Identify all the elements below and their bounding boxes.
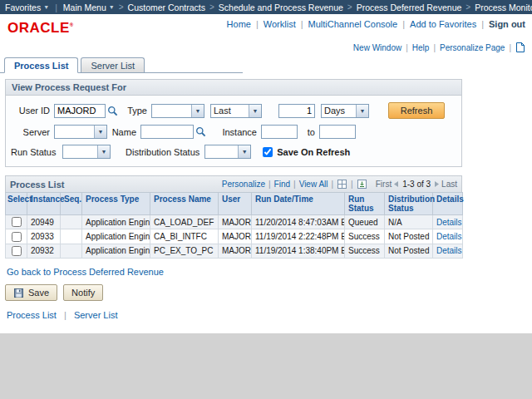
page-icon[interactable] <box>516 42 525 52</box>
cell-run-datetime: 11/19/2014 2:22:48PM EST <box>252 229 345 244</box>
breadcrumb-separator: > <box>209 2 214 12</box>
details-link[interactable]: Details <box>436 232 462 241</box>
name-lookup-icon[interactable] <box>195 126 206 137</box>
details-link[interactable]: Details <box>436 218 462 227</box>
multichannel-console-link[interactable]: MultiChannel Console <box>308 19 398 29</box>
last-count-input[interactable] <box>278 104 315 118</box>
name-label: Name <box>107 127 140 137</box>
refresh-button[interactable]: Refresh <box>388 102 445 119</box>
process-list-link[interactable]: Process List <box>7 310 57 320</box>
help-link[interactable]: Help <box>412 43 430 52</box>
user-id-input[interactable] <box>54 104 106 118</box>
cell-process-name: CA_BI_INTFC <box>150 229 219 244</box>
chevron-down-icon: ▼ <box>249 105 261 117</box>
instance-to-input[interactable] <box>319 125 356 139</box>
type-select-value <box>152 105 191 117</box>
col-process-type: Process Type <box>82 193 150 215</box>
save-icon <box>14 288 23 298</box>
run-status-select[interactable]: ▼ <box>62 145 111 159</box>
server-list-link[interactable]: Server List <box>74 310 118 320</box>
sign-out-link[interactable]: Sign out <box>489 19 525 29</box>
run-status-label: Run Status <box>11 147 59 157</box>
row-select-checkbox[interactable] <box>12 232 22 242</box>
col-run-datetime: Run Date/Time <box>252 193 345 215</box>
pager-next-icon <box>434 180 441 188</box>
server-select[interactable]: ▼ <box>54 125 107 139</box>
worklist-link[interactable]: Worklist <box>264 19 296 29</box>
cell-distribution-status: Not Posted <box>385 244 433 258</box>
distribution-status-label: Distribution Status <box>126 147 200 157</box>
add-to-favorites-link[interactable]: Add to Favorites <box>410 19 476 29</box>
cell-seq <box>61 229 82 244</box>
cell-process-type: Application Engine <box>82 244 150 258</box>
main-menu[interactable]: Main Menu ▼ <box>63 2 115 12</box>
save-button[interactable]: Save <box>5 284 57 301</box>
type-select[interactable]: ▼ <box>151 104 204 118</box>
cell-run-status: Success <box>345 244 385 258</box>
chevron-down-icon: ▼ <box>356 105 368 117</box>
grid-header-bar: Process List Personalize | Find | View A… <box>5 175 462 192</box>
user-id-lookup-icon[interactable] <box>107 106 118 116</box>
personalize-page-link[interactable]: Personalize Page <box>440 43 505 52</box>
filter-row-2: Server ▼ Name Instance to <box>11 125 458 139</box>
groupbox-title: View Process Request For <box>6 80 461 96</box>
find-link[interactable]: Find <box>274 180 290 189</box>
pager-prev-icon <box>392 180 399 188</box>
main-menu-label: Main Menu <box>63 2 106 12</box>
row-select-checkbox[interactable] <box>12 246 22 256</box>
instance-from-input[interactable] <box>261 125 298 139</box>
col-details: Details <box>433 193 463 215</box>
cell-user: MAJORD <box>219 215 252 229</box>
breadcrumb-process-deferred-revenue[interactable]: Process Deferred Revenue <box>357 2 462 12</box>
pager-last-label: Last <box>441 180 457 189</box>
cell-distribution-status: Not Posted <box>385 229 433 244</box>
go-back-link[interactable]: Go back to Process Deferred Revenue <box>7 267 164 277</box>
details-link[interactable]: Details <box>436 246 462 255</box>
grid-customize-icon[interactable] <box>337 180 347 189</box>
distribution-status-select[interactable]: ▼ <box>204 145 251 159</box>
action-buttons: Save Notify <box>5 284 532 301</box>
last-select-value: Last <box>211 105 249 117</box>
home-link[interactable]: Home <box>227 19 251 29</box>
peoplesoft-page: Favorites ▼ | Main Menu ▼ > Customer Con… <box>0 0 532 333</box>
notify-button[interactable]: Notify <box>63 284 103 301</box>
save-on-refresh-checkbox[interactable] <box>263 147 273 157</box>
cell-user: MAJORD <box>219 244 252 258</box>
name-input[interactable] <box>140 125 194 139</box>
tab-server-list[interactable]: Server List <box>81 57 145 72</box>
chevron-down-icon: ▼ <box>43 4 49 10</box>
breadcrumb-customer-contracts[interactable]: Customer Contracts <box>128 2 205 12</box>
run-status-select-value <box>63 145 97 158</box>
cell-process-name: PC_EX_TO_PC <box>150 244 219 258</box>
cell-process-name: CA_LOAD_DEF <box>150 215 219 229</box>
component-tabs: Process List Server List <box>0 56 243 73</box>
breadcrumb: Favorites ▼ | Main Menu ▼ > Customer Con… <box>0 0 532 14</box>
download-icon[interactable] <box>357 180 367 189</box>
cell-process-type: Application Engine <box>82 215 150 229</box>
cell-seq <box>61 215 82 229</box>
last-select[interactable]: Last ▼ <box>210 104 262 118</box>
oracle-logo: ORACLE® <box>7 20 74 37</box>
favorites-menu[interactable]: Favorites ▼ <box>5 2 49 12</box>
separator: | <box>332 180 334 189</box>
separator: | <box>406 43 408 52</box>
cell-seq <box>61 244 82 258</box>
user-id-label: User ID <box>11 106 54 116</box>
page-tools-bar: New Window | Help | Personalize Page | <box>0 40 532 53</box>
tab-process-list[interactable]: Process List <box>4 57 78 73</box>
filter-form: User ID Type ▼ Last ▼ Days ▼ <box>6 96 461 166</box>
new-window-link[interactable]: New Window <box>353 43 401 52</box>
view-all-link[interactable]: View All <box>299 180 328 189</box>
separator: | <box>256 19 259 29</box>
row-select-checkbox[interactable] <box>12 217 22 227</box>
days-select[interactable]: Days ▼ <box>321 104 369 118</box>
save-label: Save <box>28 288 49 298</box>
personalize-link[interactable]: Personalize <box>222 180 265 189</box>
separator: | <box>402 19 405 29</box>
col-seq: Seq. <box>61 193 82 215</box>
table-row: 20933 Application Engine CA_BI_INTFC MAJ… <box>6 229 463 244</box>
separator: | <box>268 180 271 189</box>
cell-distribution-status: N/A <box>385 215 433 229</box>
breadcrumb-schedule-and-process-revenue[interactable]: Schedule and Process Revenue <box>219 2 343 12</box>
table-header-row: Select Instance Seq. Process Type Proces… <box>6 193 463 215</box>
